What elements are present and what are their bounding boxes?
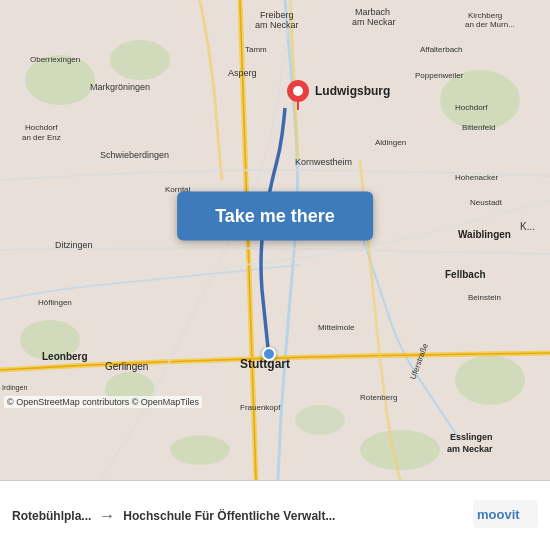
svg-text:Frauenkopf: Frauenkopf [240,403,281,412]
svg-point-2 [110,40,170,80]
destination-label: Hochschule Für Öffentliche Verwalt... [123,509,465,523]
svg-text:moovit: moovit [477,507,520,522]
svg-point-7 [360,430,440,470]
svg-text:Poppenweiler: Poppenweiler [415,71,464,80]
svg-text:Hohenacker: Hohenacker [455,173,498,182]
svg-text:Rotenberg: Rotenberg [360,393,397,402]
origin-dot [262,347,276,361]
svg-text:am Neckar: am Neckar [447,444,493,454]
svg-text:K...: K... [520,221,535,232]
svg-point-9 [295,405,345,435]
svg-text:Waiblingen: Waiblingen [458,229,511,240]
svg-text:Ditzingen: Ditzingen [55,240,93,250]
svg-text:am Neckar: am Neckar [255,20,299,30]
svg-text:Kirchberg: Kirchberg [468,11,502,20]
svg-text:Irdingen: Irdingen [2,384,27,392]
take-me-there-button[interactable]: Take me there [177,192,373,241]
svg-text:Höflingen: Höflingen [38,298,72,307]
svg-text:Markgröningen: Markgröningen [90,82,150,92]
svg-text:Neustadt: Neustadt [470,198,503,207]
svg-text:Tamm: Tamm [245,45,267,54]
svg-text:Kornwestheim: Kornwestheim [295,157,352,167]
svg-text:Freiberg: Freiberg [260,10,294,20]
svg-text:Bittenfeld: Bittenfeld [462,123,495,132]
map-container: Ludwigsburg Freiberg am Neckar Marbach a… [0,0,550,480]
svg-text:Esslingen: Esslingen [450,432,493,442]
svg-text:an der Enz: an der Enz [22,133,61,142]
svg-text:Oberriexingen: Oberriexingen [30,55,80,64]
svg-text:Mittelmole: Mittelmole [318,323,355,332]
svg-text:Hochdorf: Hochdorf [25,123,58,132]
svg-text:am Neckar: am Neckar [352,17,396,27]
svg-point-50 [293,86,303,96]
origin-label: Rotebühlpla... [12,509,91,523]
svg-text:Asperg: Asperg [228,68,257,78]
svg-text:Fellbach: Fellbach [445,269,486,280]
svg-text:Affalterbach: Affalterbach [420,45,463,54]
bottom-bar: Rotebühlpla... → Hochschule Für Öffentli… [0,480,550,550]
svg-text:an der Murn...: an der Murn... [465,20,515,29]
svg-text:Schwieberdingen: Schwieberdingen [100,150,169,160]
svg-text:Beinstein: Beinstein [468,293,501,302]
moovit-logo: moovit [473,500,538,532]
svg-text:Ludwigsburg: Ludwigsburg [315,84,390,98]
route-arrow-icon: → [99,507,115,525]
svg-text:Leonberg: Leonberg [42,351,88,362]
svg-text:Marbach: Marbach [355,7,390,17]
svg-text:Aldingen: Aldingen [375,138,406,147]
svg-text:Gerlingen: Gerlingen [105,361,148,372]
map-attribution: © OpenStreetMap contributors © OpenMapTi… [4,396,202,408]
svg-text:Hochdorf: Hochdorf [455,103,488,112]
svg-point-8 [170,435,230,465]
svg-point-6 [455,355,525,405]
destination-pin [287,80,309,114]
